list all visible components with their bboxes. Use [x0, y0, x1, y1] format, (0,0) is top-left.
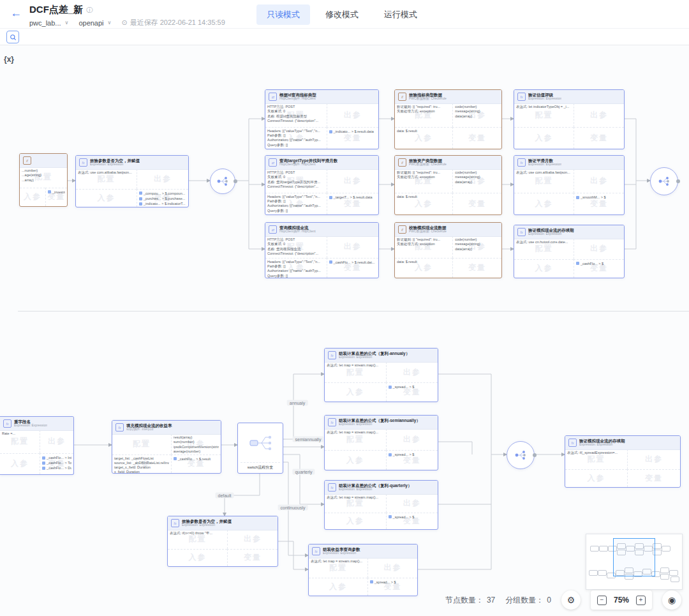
- node-header: ⇄查询模拟现金流HttpClient插件: HttpClient: [265, 223, 378, 237]
- flow-node-check-params-2[interactable]: fx效验参数是否为空，并赋值Expression: Expression配置表达…: [167, 516, 278, 567]
- node-quadrant-tr: 出参: [574, 239, 624, 259]
- checkbox-icon[interactable]: [42, 462, 45, 465]
- flow-node-fill-yield[interactable]: fx填充模拟现金流的收益率scipy插件: interp1d配置出参result…: [112, 420, 221, 474]
- node-quadrant-tl: 配置验证规则: [{ "required": tru...失败处理方式: exc…: [395, 169, 452, 193]
- flow-canvas[interactable]: {x} 节点数量：37 分组数量：0 ⚙ − 75% + ◉ annualyse…: [0, 0, 689, 616]
- node-subtitle: HttpClient插件: HttpClient: [279, 163, 337, 167]
- checkbox-icon[interactable]: [389, 515, 392, 518]
- flow-node-check-indicator-data[interactable]: if效验指标类型数据PWC数据校验: CheckRule配置验证规则: [{ "…: [394, 89, 502, 149]
- variables-button[interactable]: {x}: [4, 55, 14, 64]
- flow-node-check-cashflow-data[interactable]: if校验模拟现金流数据PWC数据校验: CheckRule配置验证规则: [{ …: [394, 222, 502, 278]
- variable-row: _purchas... > $.purchase...: [139, 196, 186, 201]
- checkbox-icon[interactable]: [139, 192, 142, 195]
- zoom-in-button[interactable]: +: [636, 596, 646, 605]
- settings-button[interactable]: ⚙: [561, 590, 581, 610]
- node-quadrant-br: 变量: [227, 549, 278, 566]
- workspace-select[interactable]: pwc_lab... ∨: [29, 19, 68, 27]
- node-subtitle: Expression: Expression: [14, 424, 47, 428]
- node-config-line: ...age(string): [22, 173, 65, 177]
- magnifier-glyph: [10, 34, 17, 41]
- node-header: fx组装计算点差的公式（复利-annualy）Expression: Expre…: [325, 349, 438, 363]
- flow-node-check-head[interactable]: if配置...number)...age(string)...array)出参入…: [19, 153, 68, 207]
- flow-node-verify-duration-bottom[interactable]: fx验证模拟现金流的存续期Expression: Expression配置表达式…: [565, 435, 681, 488]
- tab-mode-0[interactable]: 只读模式: [256, 4, 310, 25]
- node-quadrant-br: 变量: [574, 127, 624, 149]
- minimap[interactable]: [586, 534, 683, 590]
- flow-node-spread-semiannually[interactable]: fx组装计算点差的公式（复利-semiannually）Expression: …: [324, 415, 438, 470]
- watermark: 出参: [368, 558, 417, 578]
- flow-node-check-asset-data[interactable]: if效验资产类型数据PWC数据校验: CheckRule配置验证规则: [{ "…: [394, 155, 502, 215]
- minimap-node: [660, 567, 669, 573]
- zoom-out-button[interactable]: −: [597, 596, 607, 605]
- checkbox-icon[interactable]: [42, 456, 45, 460]
- flow-node-spread-quarterly[interactable]: fx组装计算点差的公式（复利-quarterly）Expression: Exp…: [324, 480, 438, 530]
- branch-junction-1[interactable]: [650, 167, 678, 195]
- checkbox-icon[interactable]: [370, 580, 373, 583]
- checkbox-icon[interactable]: [42, 467, 45, 470]
- checkbox-icon[interactable]: [329, 130, 332, 133]
- node-body: 配置HTTP方法: POST失败重试: 0名称: 查询targetType并找到…: [265, 169, 378, 214]
- node-quadrant-bl: 入参: [0, 453, 40, 474]
- app-select[interactable]: openapi ∨: [78, 19, 111, 27]
- flow-node-build-yield-query[interactable]: fx组装收益率查询参数Expression: Expression配置表达式: …: [308, 544, 418, 596]
- checkbox-icon[interactable]: [576, 262, 579, 265]
- node-body: 配置表达式: use com.alibaba.fastjson...出参入参变量…: [76, 169, 188, 207]
- flow-node-query-indicator-type[interactable]: ⇄根据id查询指标类型HttpClient插件: HttpClient配置HTT…: [265, 89, 379, 149]
- variable-row: _cashFlo... > TotalCashF...: [42, 460, 71, 465]
- checkbox-icon[interactable]: [576, 196, 579, 199]
- tab-mode-2[interactable]: 运行模式: [374, 4, 427, 25]
- flow-node-verify-duration-top[interactable]: fx验证模拟现金流的存续期Expression: Expression配置表达式…: [514, 225, 625, 278]
- node-config-line: 失败处理方式: exception: [397, 175, 450, 179]
- node-subtitle: Expression: Expression: [90, 163, 140, 167]
- watermark: 入参: [76, 190, 137, 207]
- watermark: 入参: [168, 550, 227, 566]
- checkbox-icon[interactable]: [329, 260, 332, 264]
- checkbox-icon[interactable]: [48, 190, 51, 193]
- fit-view-button[interactable]: ◉: [662, 590, 681, 610]
- flow-node-spread-annualy[interactable]: fx组装计算点差的公式（复利-annualy）Expression: Expre…: [324, 348, 438, 402]
- flow-node-reset-field-name[interactable]: fx重字段名Expression: Expression配置Rate =...出…: [0, 416, 74, 475]
- checkbox-icon[interactable]: [389, 386, 392, 389]
- search-icon[interactable]: [6, 31, 19, 43]
- flow-node-query-cashflow[interactable]: ⇄查询模拟现金流HttpClient插件: HttpClient配置HTTP方法…: [265, 222, 379, 278]
- chevron-down-icon: ∨: [65, 20, 69, 26]
- clock-icon: ⊙: [121, 19, 127, 27]
- branch-icon: [216, 176, 230, 187]
- variable-row: _spread... > $: [389, 515, 436, 520]
- expr-plugin-icon: fx: [328, 351, 336, 359]
- watermark: 变量: [453, 128, 501, 149]
- node-config-line: data: $.result: [397, 129, 450, 133]
- branch-junction-0[interactable]: [210, 169, 235, 194]
- node-header: fx组装计算点差的公式（复利-quarterly）Expression: Exp…: [325, 481, 438, 495]
- checkbox-icon[interactable]: [329, 196, 332, 199]
- node-config-line: data(array): [455, 114, 500, 119]
- node-header: if: [20, 154, 67, 168]
- back-button[interactable]: ←: [10, 7, 22, 19]
- checkbox-icon[interactable]: [174, 457, 177, 460]
- node-count-label: 节点数量：: [445, 595, 484, 606]
- variable-mapping: _indicato... > $.indicatorT...: [144, 201, 186, 206]
- node-quadrant-tr: 出参result(array)sum(number)ipsdkComponent…: [171, 434, 221, 454]
- expr-plugin-icon: fx: [79, 158, 87, 167]
- checkbox-icon[interactable]: [139, 197, 142, 200]
- flow-node-verify-smooth-months[interactable]: fx验证平滑月数Expression: Expression配置表达式: use…: [514, 155, 625, 215]
- node-quadrant-bl: 入参: [514, 259, 574, 278]
- checkbox-icon[interactable]: [389, 453, 392, 456]
- node-quadrant-br: 变量_cashFlo... > $.result.dat...: [327, 258, 378, 278]
- node-config-line: 表达式: use com.alibaba.fastjson...: [516, 170, 572, 175]
- node-quadrant-bl: 入参: [325, 450, 386, 470]
- flow-node-query-target-type[interactable]: ⇄查询targetType并找到平滑月数HttpClient插件: HttpCl…: [265, 155, 379, 215]
- flow-node-switch-branch[interactable]: switch流程分支: [237, 423, 283, 474]
- node-header: ⇄根据id查询指标类型HttpClient插件: HttpClient: [265, 90, 378, 104]
- switch-icon: [248, 432, 273, 454]
- info-icon[interactable]: ⓘ: [86, 6, 93, 15]
- flow-node-check-params-1[interactable]: fx效验参数是否为空，并赋值Expression: Expression配置表达…: [75, 155, 189, 207]
- branch-junction-2[interactable]: [507, 441, 535, 469]
- watermark: 出参: [137, 169, 188, 189]
- node-body: 配置表达式: let map = stream.map()...出参入参变量_s…: [309, 558, 417, 596]
- checkbox-icon[interactable]: [139, 202, 142, 206]
- minimap-viewport[interactable]: [613, 538, 655, 576]
- tab-mode-1[interactable]: 修改模式: [315, 4, 369, 25]
- flow-node-verify-rating[interactable]: fx验证估值评级Expression: Expression配置表达式: let…: [514, 89, 625, 149]
- node-subtitle: Expression: Expression: [528, 232, 574, 236]
